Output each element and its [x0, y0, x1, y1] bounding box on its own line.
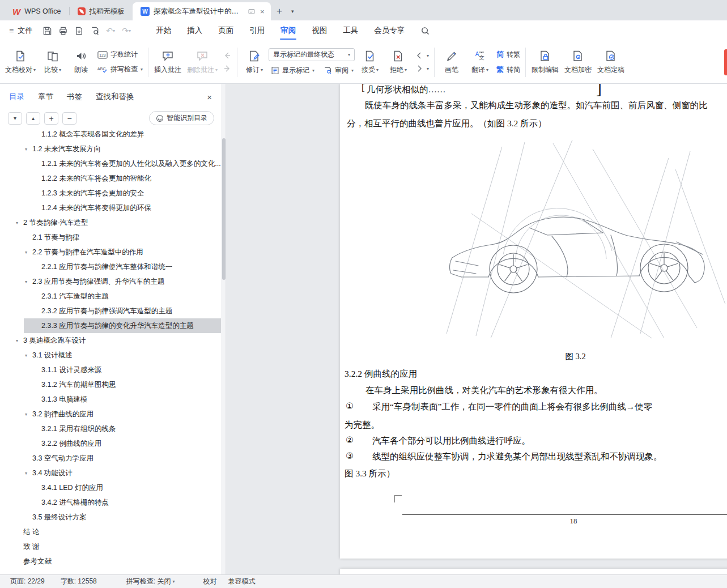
- compare-button[interactable]: 比较▾: [39, 45, 67, 80]
- undo-button[interactable]: ↶▾: [104, 24, 117, 37]
- menu-tab-页面[interactable]: 页面: [210, 20, 241, 41]
- expand-toggle-icon[interactable]: ▾: [16, 338, 23, 343]
- proofread-indicator[interactable]: 校对: [203, 577, 216, 586]
- toc-item[interactable]: 1.2.2 未来的汽车将会更加的智能化: [0, 171, 221, 186]
- delete-comment-button[interactable]: 删除批注▾: [184, 45, 220, 80]
- document-canvas[interactable]: [ 几何形状相似的…… ] 既使车身的线条丰富多采，又能构成生动形象的造型。如汽…: [226, 84, 727, 574]
- ink-brush-button[interactable]: 画笔: [437, 45, 466, 80]
- expand-toggle-icon[interactable]: ▾: [25, 412, 32, 417]
- tab-docer[interactable]: 找稻壳模板: [70, 2, 133, 20]
- toc-item[interactable]: 结 论: [0, 525, 221, 539]
- zoom-in-outline-button[interactable]: +: [44, 112, 58, 125]
- toc-item[interactable]: ▾3.2 韵律曲线的应用: [0, 407, 221, 421]
- menu-tab-视图[interactable]: 视图: [304, 20, 335, 41]
- menu-tab-工具[interactable]: 工具: [335, 20, 366, 41]
- toc-item[interactable]: 3.4.2 进气格栅的特点: [0, 495, 221, 510]
- toc-item[interactable]: 3.1.1 设计灵感来源: [0, 363, 221, 377]
- toc-item[interactable]: ▾2 节奏韵律-汽车造型: [0, 215, 221, 230]
- next-comment-button[interactable]: [220, 64, 234, 73]
- restrict-editing-button[interactable]: 限制编辑: [529, 45, 562, 80]
- spellcheck-indicator[interactable]: 拼写检查: 关闭▾: [126, 577, 175, 586]
- expand-toggle-icon[interactable]: ▾: [25, 279, 32, 284]
- accept-change-button[interactable]: 接受▾: [356, 45, 384, 80]
- toc-item[interactable]: ▾1.2 未来汽车发展方向: [0, 142, 221, 156]
- expand-toggle-icon[interactable]: ▾: [16, 220, 23, 225]
- markup-state-select[interactable]: 显示标记的最终状态▾: [269, 48, 355, 61]
- menu-tab-插入[interactable]: 插入: [179, 20, 210, 41]
- toc-item[interactable]: 致 谢: [0, 539, 221, 554]
- sidebar-tab-目录[interactable]: 目录: [9, 92, 24, 102]
- scrollbar-thumb[interactable]: [222, 138, 226, 280]
- toc-item[interactable]: 3.3 空气动力学应用: [0, 451, 221, 466]
- read-aloud-button[interactable]: 朗读: [67, 45, 95, 80]
- menu-tab-会员专享[interactable]: 会员专享: [366, 20, 413, 41]
- expand-toggle-icon[interactable]: ▾: [25, 471, 32, 476]
- print-button[interactable]: [56, 24, 70, 37]
- next-document-page[interactable]: [340, 569, 727, 574]
- track-changes-button[interactable]: 修订▾: [240, 45, 269, 80]
- redo-button[interactable]: ↷▾: [120, 24, 133, 37]
- word-count-button[interactable]: 123 字数统计: [95, 49, 145, 60]
- show-markup-button[interactable]: 显示标记▾: [269, 65, 317, 76]
- menu-tab-引用[interactable]: 引用: [241, 20, 273, 41]
- previous-change-button[interactable]: ▾: [413, 51, 431, 60]
- sidebar-tab-章节[interactable]: 章节: [38, 92, 53, 102]
- previous-comment-button[interactable]: [220, 51, 234, 60]
- toc-item[interactable]: 2.3.1 汽车造型的主题: [0, 289, 221, 304]
- close-tab-icon[interactable]: ×: [259, 7, 266, 16]
- next-change-button[interactable]: ▾: [413, 64, 431, 73]
- menu-tab-开始[interactable]: 开始: [148, 20, 179, 41]
- toc-item[interactable]: 1.2.3 未来的汽车将会更加的安全: [0, 186, 221, 201]
- toc-item[interactable]: ▾3.1 设计概述: [0, 348, 221, 363]
- export-pdf-button[interactable]: [72, 24, 86, 37]
- toc-item[interactable]: 2.3.3 应用节奏与韵律的变化升华汽车造型的主题: [0, 318, 221, 333]
- word-count-indicator[interactable]: 字数: 12558: [61, 577, 97, 586]
- toc-item[interactable]: 参考文献: [0, 554, 221, 569]
- encrypt-document-button[interactable]: 文档加密: [562, 45, 594, 80]
- toc-item[interactable]: 2.1 节奏与韵律: [0, 230, 221, 245]
- toc-item[interactable]: 2.3.2 应用节奏与韵律强调汽车造型的主题: [0, 304, 221, 318]
- tab-document[interactable]: W 探索概念车造型设计中的韵律 ×: [133, 2, 271, 20]
- toc-item[interactable]: 1.2.1 未来的汽车将会更加的人性化以及融入更多的文化...: [0, 156, 221, 171]
- toc-item[interactable]: 3.2.2 例曲线的应用: [0, 436, 221, 451]
- toc-item[interactable]: ▾3 奥迪概念跑车设计: [0, 333, 221, 348]
- finalize-document-button[interactable]: 文档定稿: [594, 45, 627, 80]
- expand-toggle-icon[interactable]: ▾: [25, 353, 32, 358]
- smart-catalog-button[interactable]: 智能识别目录: [149, 111, 214, 125]
- toc-item[interactable]: ▾2.2 节奏与韵律在汽车造型中的作用: [0, 245, 221, 259]
- toc-item[interactable]: 3.1.2 汽车前期草图构思: [0, 377, 221, 392]
- collapse-all-button[interactable]: ▾: [8, 112, 22, 125]
- reject-change-button[interactable]: 拒绝▾: [384, 45, 413, 80]
- save-button[interactable]: [40, 24, 54, 37]
- toc-item[interactable]: 1.1.2 概念车表现各国文化的差异: [0, 127, 221, 142]
- toc-item[interactable]: ▾2.3 应用节奏与韵律强调、升华汽车的主题: [0, 274, 221, 289]
- doc-proofread-button[interactable]: 文档校对▾: [2, 45, 39, 80]
- sidebar-scrollbar[interactable]: [221, 84, 226, 574]
- translate-button[interactable]: A文 翻译▾: [466, 45, 494, 80]
- sidebar-tab-书签[interactable]: 书签: [67, 92, 82, 102]
- traditional-to-simplified-button[interactable]: 繁 转简: [494, 64, 522, 75]
- zoom-out-outline-button[interactable]: −: [62, 112, 76, 125]
- insert-comment-button[interactable]: 插入批注: [151, 45, 184, 80]
- toc-item[interactable]: 3.1.3 电脑建模: [0, 392, 221, 407]
- close-sidebar-icon[interactable]: ×: [207, 92, 212, 102]
- review-mode-button[interactable]: 审阅▾: [321, 65, 356, 76]
- tab-wps-home[interactable]: W WPS Office: [5, 2, 69, 20]
- new-tab-button[interactable]: +: [271, 2, 288, 20]
- toc-item[interactable]: 3.5 最终设计方案: [0, 510, 221, 525]
- search-button[interactable]: [420, 26, 430, 36]
- print-preview-button[interactable]: [88, 24, 101, 37]
- toc-item[interactable]: 2.2.1 应用节奏与韵律使汽车整体和谐统一: [0, 259, 221, 274]
- tab-list-chevron-icon[interactable]: ▾: [288, 2, 297, 20]
- toc-item[interactable]: 1.2.4 未来的汽车将变得更加的环保: [0, 201, 221, 215]
- toc-item[interactable]: ▾3.4 功能设计: [0, 466, 221, 480]
- expand-all-button[interactable]: ▴: [26, 112, 40, 125]
- toc-item[interactable]: 3.4.1 LED 灯的应用: [0, 480, 221, 495]
- simplified-to-traditional-button[interactable]: 简 转繁: [494, 49, 522, 60]
- sidebar-tab-查找和替换[interactable]: 查找和替换: [96, 92, 134, 102]
- expand-toggle-icon[interactable]: ▾: [25, 147, 32, 152]
- file-menu-button[interactable]: ≡ 文件: [9, 25, 32, 36]
- expand-toggle-icon[interactable]: ▾: [25, 250, 32, 255]
- spell-check-button[interactable]: ABC 拼写检查▾: [95, 64, 145, 75]
- document-page[interactable]: [ 几何形状相似的…… ] 既使车身的线条丰富多采，又能构成生动形象的造型。如汽…: [340, 84, 727, 559]
